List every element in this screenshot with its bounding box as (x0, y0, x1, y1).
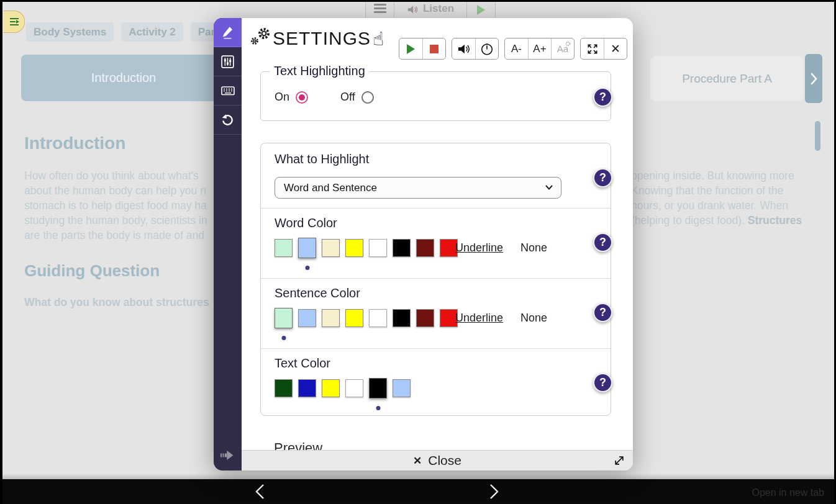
stop-icon (430, 45, 438, 53)
divider (261, 278, 611, 279)
next-page-button[interactable] (487, 484, 501, 500)
close-settings-button[interactable]: ✕ (604, 38, 627, 59)
hamburger-icon (374, 2, 386, 15)
reset-undo-icon (220, 112, 235, 128)
help-button-text-color[interactable]: ? (593, 373, 612, 392)
color-swatch[interactable] (275, 379, 293, 397)
sidebar-tab-reset[interactable] (214, 106, 242, 135)
color-swatch[interactable] (369, 309, 387, 327)
color-swatch[interactable] (393, 309, 411, 327)
modal-close-bar[interactable]: ✕ Close (242, 450, 633, 470)
tab-procedure-part-a[interactable]: Procedure Part A (650, 56, 804, 101)
highlight-options-card: What to Highlight Word and Sentence Word… (260, 143, 611, 416)
close-x-icon: ✕ (413, 454, 422, 467)
color-swatch[interactable] (345, 239, 363, 257)
cursor-pointer: ☝ (373, 28, 384, 50)
listen-toolbar: Listen (365, 0, 495, 19)
sentence-color-swatches (275, 309, 458, 327)
intro-heading: Introduction (24, 133, 125, 153)
highlighting-toggle: On Off (275, 91, 374, 104)
keyboard-icon (220, 83, 236, 98)
breadcrumb-body-systems[interactable]: Body Systems (26, 22, 114, 42)
prev-page-button[interactable] (253, 484, 267, 500)
divider (261, 348, 611, 349)
font-options-button[interactable]: Aa (551, 38, 574, 59)
sentence-none-option[interactable]: None (520, 312, 547, 325)
resize-diagonal-icon[interactable] (613, 454, 625, 467)
listen-button[interactable]: Listen (394, 0, 467, 19)
settings-title: SETTINGS (273, 28, 371, 49)
color-swatch[interactable] (393, 239, 411, 257)
fullscreen-button[interactable] (581, 38, 604, 59)
help-button-what-to-highlight[interactable]: ? (593, 168, 612, 187)
settings-modal: SETTINGS (214, 18, 633, 470)
open-menu-button[interactable] (4, 11, 25, 33)
play-icon (477, 5, 485, 15)
what-to-highlight-select[interactable]: Word and Sentence (275, 177, 561, 199)
help-button-word-color[interactable]: ? (593, 233, 612, 252)
next-tab-button[interactable] (805, 54, 822, 103)
font-button-group: A- A+ Aa (504, 38, 575, 60)
color-swatch[interactable] (369, 378, 387, 398)
chevron-right-icon (810, 73, 817, 85)
color-swatch[interactable] (298, 238, 316, 258)
highlighter-pencil-icon (220, 24, 236, 40)
color-swatch[interactable] (322, 379, 340, 397)
on-label: On (275, 91, 289, 104)
color-swatch[interactable] (275, 239, 293, 257)
text-color-label: Text Color (275, 356, 330, 371)
color-swatch[interactable] (298, 309, 316, 327)
selected-indicator-dot (376, 406, 380, 410)
sidebar-tab-keyboard[interactable] (214, 76, 242, 106)
sidebar-tab-highlighting[interactable] (214, 18, 242, 47)
selected-indicator-dot (305, 266, 309, 270)
font-larger-button[interactable]: A+ (528, 38, 551, 59)
color-swatch[interactable] (322, 239, 340, 257)
sentence-color-label: Sentence Color (275, 286, 360, 300)
color-swatch[interactable] (345, 379, 363, 397)
off-radio[interactable] (361, 91, 374, 104)
sentence-style-options: Underline None (455, 312, 547, 325)
color-swatch[interactable] (393, 379, 411, 397)
color-swatch[interactable] (322, 309, 340, 327)
help-button-highlighting[interactable]: ? (593, 88, 612, 107)
word-color-label: Word Color (275, 216, 337, 230)
word-none-option[interactable]: None (520, 241, 547, 254)
sidebar-tab-preferences[interactable] (214, 47, 242, 76)
settings-gears-icon (249, 25, 273, 48)
text-color-swatches (275, 379, 411, 397)
page-scrollbar-thumb[interactable] (815, 121, 820, 151)
open-in-new-tab-link[interactable]: Open in new tab (752, 487, 824, 498)
toolbar-menu-button[interactable] (365, 0, 394, 19)
guiding-question-text: What do you know about structures (24, 296, 209, 309)
tab-introduction[interactable]: Introduction (21, 55, 226, 101)
speed-button[interactable] (475, 38, 498, 59)
color-swatch[interactable] (369, 239, 387, 257)
dock-sidebar-button[interactable] (219, 448, 236, 464)
color-swatch[interactable] (345, 309, 363, 327)
font-smaller-button[interactable]: A- (505, 38, 528, 59)
color-swatch[interactable] (416, 309, 434, 327)
speed-gauge-icon (480, 42, 494, 56)
color-swatch[interactable] (275, 308, 293, 328)
help-button-sentence-color[interactable]: ? (593, 303, 612, 322)
arrow-right-icon (219, 448, 236, 462)
on-radio[interactable] (296, 91, 308, 104)
breadcrumb-activity-2[interactable]: Activity 2 (121, 22, 183, 42)
color-swatch[interactable] (298, 379, 316, 397)
selected-option: Word and Sentence (284, 182, 377, 194)
sentence-underline-option[interactable]: Underline (455, 312, 503, 325)
word-underline-option[interactable]: Underline (455, 241, 503, 254)
window-button-group: ✕ (580, 38, 627, 60)
text-highlighting-fieldset: Text Highlighting On Off (260, 71, 611, 121)
color-swatch[interactable] (416, 239, 434, 257)
toolbar-play-button[interactable] (466, 0, 496, 19)
listen-label: Listen (423, 2, 454, 15)
stop-speech-button[interactable] (422, 38, 445, 59)
play-speech-button[interactable] (399, 38, 422, 59)
settings-header-buttons: A- A+ Aa (399, 38, 627, 60)
volume-button[interactable] (452, 38, 475, 59)
screen: Listen Body Systems Activity 2 Parts of … (0, 0, 836, 504)
off-label: Off (340, 91, 355, 104)
menu-arrow-icon (9, 17, 20, 27)
